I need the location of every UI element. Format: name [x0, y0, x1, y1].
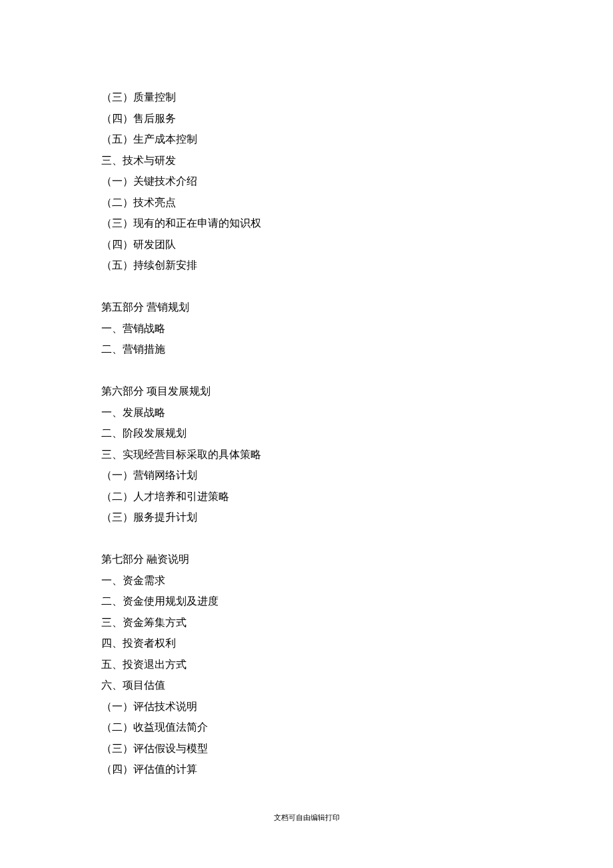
- toc-line: 三、资金筹集方式: [101, 612, 261, 633]
- toc-section-heading: 第五部分 营销规划: [101, 297, 261, 318]
- toc-line: （五）持续创新安排: [101, 255, 261, 276]
- toc-line: （二）人才培养和引进策略: [101, 486, 261, 507]
- toc-line: 三、实现经营目标采取的具体策略: [101, 444, 261, 465]
- page-footer: 文档可自由编辑打印: [0, 813, 613, 823]
- document-body: （三）质量控制 （四）售后服务 （五）生产成本控制 三、技术与研发 （一）关键技…: [101, 87, 261, 780]
- toc-section-heading: 第六部分 项目发展规划: [101, 381, 261, 402]
- toc-line: （一）营销网络计划: [101, 465, 261, 486]
- toc-line: 三、技术与研发: [101, 150, 261, 171]
- toc-line: （四）研发团队: [101, 234, 261, 255]
- toc-line: （五）生产成本控制: [101, 129, 261, 150]
- toc-line: 二、阶段发展规划: [101, 423, 261, 444]
- toc-line: （二）收益现值法简介: [101, 717, 261, 738]
- blank-line: [101, 276, 261, 297]
- toc-line: 二、营销措施: [101, 339, 261, 360]
- toc-line: 六、项目估值: [101, 675, 261, 696]
- toc-line: （二）技术亮点: [101, 192, 261, 213]
- toc-line: 一、发展战略: [101, 402, 261, 423]
- blank-line: [101, 528, 261, 549]
- toc-line: 二、资金使用规划及进度: [101, 591, 261, 612]
- toc-line: （三）质量控制: [101, 87, 261, 108]
- toc-section-heading: 第七部分 融资说明: [101, 549, 261, 570]
- toc-line: （四）评估值的计算: [101, 759, 261, 780]
- toc-line: 一、营销战略: [101, 318, 261, 339]
- toc-line: （三）服务提升计划: [101, 507, 261, 528]
- blank-line: [101, 360, 261, 381]
- toc-line: （四）售后服务: [101, 108, 261, 129]
- toc-line: 一、资金需求: [101, 570, 261, 591]
- toc-line: （一）关键技术介绍: [101, 171, 261, 192]
- toc-line: 四、投资者权利: [101, 633, 261, 654]
- toc-line: （三）现有的和正在申请的知识权: [101, 213, 261, 234]
- toc-line: （一）评估技术说明: [101, 696, 261, 717]
- toc-line: （三）评估假设与模型: [101, 738, 261, 759]
- toc-line: 五、投资退出方式: [101, 654, 261, 675]
